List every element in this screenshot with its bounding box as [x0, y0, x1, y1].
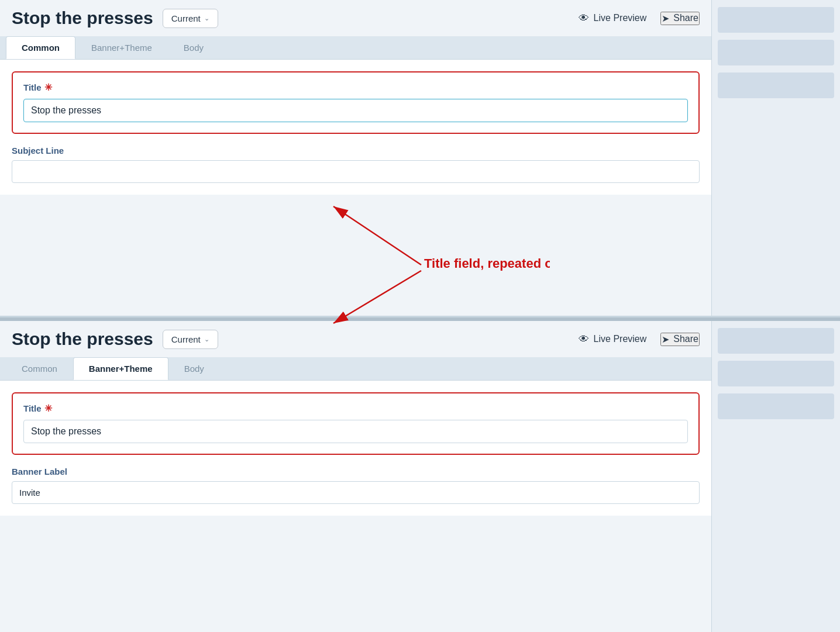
required-star-bottom: ✳	[44, 403, 52, 414]
sidebar-item-1-top	[718, 7, 834, 33]
eye-icon-bottom: 👁	[579, 333, 589, 346]
banner-label-label-bottom: Banner Label	[12, 467, 700, 476]
header-right-bottom: 👁 Live Preview ➤ Share	[579, 333, 700, 346]
tabs-bottom: Common Banner+Theme Body	[0, 357, 711, 380]
subject-line-input-top[interactable]	[12, 160, 700, 183]
current-label-bottom: Current	[171, 334, 201, 344]
sidebar-item-3-top	[718, 72, 834, 98]
tab-banner-theme-bottom[interactable]: Banner+Theme	[73, 357, 168, 380]
current-dropdown-bottom[interactable]: Current ⌄	[163, 330, 218, 349]
header-bottom: Stop the presses Current ⌄ 👁 Live Previe…	[0, 321, 711, 357]
sidebar-item-1-bottom	[718, 328, 834, 354]
title-input-bottom[interactable]	[23, 420, 688, 443]
live-preview-label-bottom: Live Preview	[594, 334, 647, 344]
required-star-top: ✳	[44, 82, 52, 93]
title-red-box-top: Title ✳	[12, 71, 700, 134]
share-arrow-icon-bottom: ➤	[662, 334, 669, 345]
live-preview-btn-top[interactable]: 👁 Live Preview	[579, 12, 647, 25]
subject-line-label-top: Subject Line	[12, 146, 700, 156]
share-btn-bottom[interactable]: ➤ Share	[660, 333, 700, 346]
live-preview-label-top: Live Preview	[594, 13, 647, 23]
sidebar-item-2-bottom	[718, 361, 834, 386]
title-input-top[interactable]	[23, 99, 688, 122]
banner-label-section-bottom: Banner Label	[12, 467, 700, 504]
sidebar-item-3-bottom	[718, 393, 834, 419]
content-area-top: Title ✳ Subject Line	[0, 59, 711, 195]
banner-label-input-bottom[interactable]	[12, 481, 700, 504]
sidebar-item-2-top	[718, 40, 834, 65]
page-title-top: Stop the presses	[12, 8, 153, 28]
tab-body-top[interactable]: Body	[168, 36, 219, 59]
title-red-box-bottom: Title ✳	[12, 392, 700, 455]
chevron-down-icon-bottom: ⌄	[204, 336, 209, 343]
header-right-top: 👁 Live Preview ➤ Share	[579, 12, 700, 25]
right-sidebar-top	[711, 0, 840, 316]
current-label-top: Current	[171, 13, 201, 23]
share-btn-top[interactable]: ➤ Share	[660, 12, 700, 25]
tab-common-bottom[interactable]: Common	[6, 357, 73, 380]
header-top: Stop the presses Current ⌄ 👁 Live Previe…	[0, 0, 711, 36]
title-label-bottom: Title ✳	[23, 403, 688, 414]
right-sidebar-bottom	[711, 321, 840, 632]
chevron-down-icon-top: ⌄	[204, 15, 209, 22]
tabs-top: Common Banner+Theme Body	[0, 36, 711, 59]
live-preview-btn-bottom[interactable]: 👁 Live Preview	[579, 333, 647, 346]
page-title-bottom: Stop the presses	[12, 329, 153, 349]
content-area-bottom: Title ✳ Banner Label	[0, 380, 711, 516]
subject-line-section-top: Subject Line	[12, 146, 700, 183]
tab-common-top[interactable]: Common	[6, 36, 75, 59]
share-arrow-icon-top: ➤	[662, 13, 669, 24]
share-label-top: Share	[673, 13, 698, 23]
tab-body-bottom[interactable]: Body	[168, 357, 220, 380]
title-label-top: Title ✳	[23, 82, 688, 93]
share-label-bottom: Share	[673, 334, 698, 344]
eye-icon-top: 👁	[579, 12, 589, 25]
tab-banner-theme-top[interactable]: Banner+Theme	[75, 36, 168, 59]
current-dropdown-top[interactable]: Current ⌄	[163, 9, 218, 28]
